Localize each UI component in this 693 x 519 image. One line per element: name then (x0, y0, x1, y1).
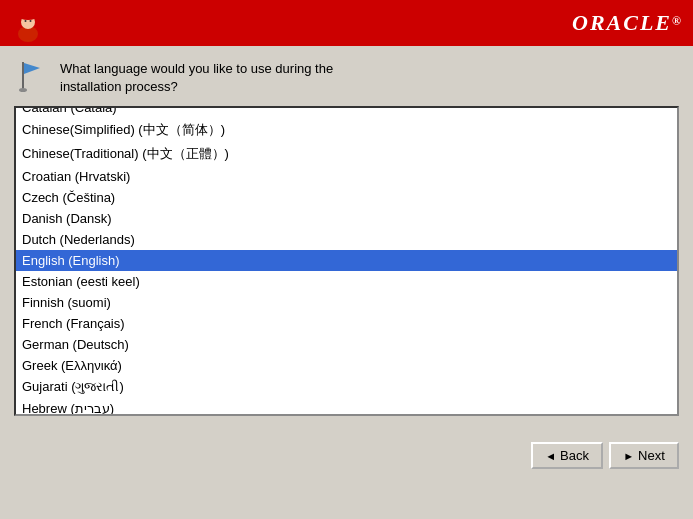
list-item[interactable]: Danish (Dansk) (16, 208, 677, 229)
back-arrow-icon: ◄ (545, 450, 556, 462)
next-button[interactable]: ► Next (609, 442, 679, 469)
list-item[interactable]: Gujarati (ગુજરાતી) (16, 376, 677, 398)
header-left (10, 4, 46, 42)
bottom-bar: ◄ Back ► Next (0, 436, 693, 477)
list-item[interactable]: Catalan (Català) (16, 106, 677, 118)
list-item[interactable]: Czech (Čeština) (16, 187, 677, 208)
oracle-logo: ORACLE® (572, 10, 683, 36)
list-item[interactable]: Hebrew (עברית) (16, 398, 677, 416)
flag-icon (14, 58, 50, 94)
svg-point-4 (25, 20, 27, 22)
back-label: Back (560, 448, 589, 463)
next-label: Next (638, 448, 665, 463)
content-area: What language would you like to use duri… (0, 46, 693, 436)
svg-point-8 (19, 88, 27, 92)
list-item[interactable]: Estonian (eesti keel) (16, 271, 677, 292)
list-item[interactable]: Croatian (Hrvatski) (16, 166, 677, 187)
list-item[interactable]: Finnish (suomi) (16, 292, 677, 313)
list-item[interactable]: Greek (Ελληνικά) (16, 355, 677, 376)
list-item[interactable]: Chinese(Simplified) (中文（简体）) (16, 118, 677, 142)
list-item[interactable]: German (Deutsch) (16, 334, 677, 355)
svg-marker-7 (24, 63, 40, 74)
list-item[interactable]: English (English) (16, 250, 677, 271)
list-item[interactable]: French (Français) (16, 313, 677, 334)
question-text: What language would you like to use duri… (60, 60, 333, 96)
svg-point-5 (30, 20, 32, 22)
list-item[interactable]: Chinese(Traditional) (中文（正體）) (16, 142, 677, 166)
back-button[interactable]: ◄ Back (531, 442, 603, 469)
list-item[interactable]: Dutch (Nederlands) (16, 229, 677, 250)
svg-rect-3 (24, 12, 32, 18)
next-arrow-icon: ► (623, 450, 634, 462)
oracle-figure-icon (10, 4, 46, 42)
language-list[interactable]: Bulgarian (Български)Catalan (Català)Chi… (14, 106, 679, 416)
question-row: What language would you like to use duri… (14, 58, 679, 96)
svg-rect-6 (22, 62, 24, 90)
header: ORACLE® (0, 0, 693, 46)
